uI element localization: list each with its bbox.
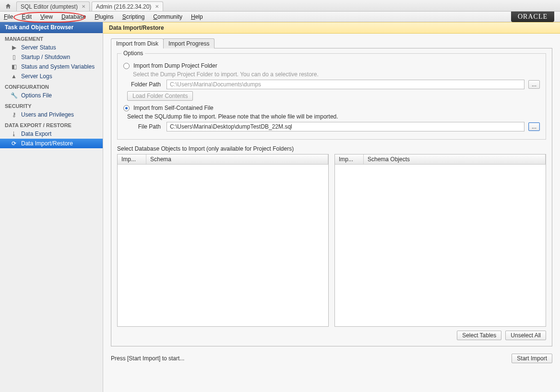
page-title: Data Import/Restore <box>103 22 560 34</box>
warn-icon: ▲ <box>11 73 17 80</box>
doc-tab-admin[interactable]: Admin (216.22.34.20) ✕ <box>92 1 163 11</box>
import-folder-hint: Select the Dump Project Folder to import… <box>133 71 540 78</box>
load-folder-contents-button[interactable]: Load Folder Contents <box>127 91 193 101</box>
sidebar-item-users-privileges[interactable]: ⚷Users and Privileges <box>0 110 103 119</box>
play-icon: ▶ <box>11 44 17 51</box>
start-import-button[interactable]: Start Import <box>512 354 552 363</box>
sidebar-item-label: Server Status <box>21 44 56 51</box>
close-icon[interactable]: ✕ <box>155 4 159 9</box>
sidebar-item-server-logs[interactable]: ▲Server Logs <box>0 71 103 81</box>
radio-import-file-label: Import from Self-Contained File <box>133 105 214 111</box>
document-tabstrip: SQL Editor (dumptest) ✕ Admin (216.22.34… <box>0 0 560 12</box>
close-icon[interactable]: ✕ <box>82 4 85 9</box>
browse-folder-button[interactable]: ... <box>528 80 540 89</box>
schema-table-header: Imp... Schema <box>118 154 328 165</box>
select-objects-title: Select Database Objects to Import (only … <box>117 145 546 152</box>
col-schema-objects[interactable]: Schema Objects <box>364 154 546 164</box>
inner-tabs: Import from DiskImport Progress <box>103 34 560 48</box>
col-schema[interactable]: Schema <box>146 154 328 164</box>
sidebar-item-options-file[interactable]: 🔧Options File <box>0 91 103 100</box>
server-icon: ▯ <box>11 54 17 60</box>
doc-tab-label: SQL Editor (dumptest) <box>21 3 78 10</box>
sidebar-group-configuration: CONFIGURATION <box>0 81 103 91</box>
footer-hint: Press [Start Import] to start... <box>111 355 184 362</box>
sidebar-item-data-export[interactable]: ⭳Data Export <box>0 129 103 139</box>
import-file-hint: Select the SQL/dump file to import. Plea… <box>127 113 540 120</box>
sidebar-item-data-import-restore[interactable]: ⟳Data Import/Restore <box>0 139 103 148</box>
col-import[interactable]: Imp... <box>335 154 364 164</box>
sidebar-item-label: Options File <box>21 92 52 99</box>
radio-import-folder[interactable] <box>123 63 130 69</box>
doc-tab-label: Admin (216.22.34.20) <box>96 3 151 10</box>
brand-logo: ORACLE <box>511 12 554 22</box>
wrench-icon: 🔧 <box>11 92 17 99</box>
home-button[interactable] <box>2 1 14 11</box>
sidebar: Task and Object Browser MANAGEMENT ▶Serv… <box>0 22 103 392</box>
key-icon: ⚷ <box>11 111 17 118</box>
menu-community[interactable]: Community <box>153 13 182 20</box>
schema-objects-table[interactable]: Imp... Schema Objects <box>334 154 546 327</box>
schema-objects-table-header: Imp... Schema Objects <box>335 154 546 165</box>
col-import[interactable]: Imp... <box>118 154 146 164</box>
home-icon <box>5 3 12 10</box>
menu-database[interactable]: Database <box>61 13 86 20</box>
select-tables-button[interactable]: Select Tables <box>457 331 501 340</box>
tab-import-progress[interactable]: Import Progress <box>163 38 214 48</box>
menu-help[interactable]: Help <box>191 13 203 20</box>
sidebar-item-label: Data Export <box>21 131 51 137</box>
gauge-icon: ◧ <box>11 63 17 70</box>
folder-path-input[interactable]: C:\Users\Marina\Documents\dumps <box>167 80 524 89</box>
sidebar-item-label: Status and System Variables <box>21 63 95 70</box>
sidebar-item-status-vars[interactable]: ◧Status and System Variables <box>0 62 103 71</box>
radio-import-file[interactable] <box>123 105 130 111</box>
menu-scripting[interactable]: Scripting <box>122 13 145 20</box>
menu-view[interactable]: View <box>40 13 53 20</box>
sidebar-item-startup-shutdown[interactable]: ▯Startup / Shutdown <box>0 52 103 62</box>
sidebar-group-security: SECURITY <box>0 100 103 110</box>
radio-import-folder-label: Import from Dump Project Folder <box>133 62 217 69</box>
schema-table-body <box>118 165 328 326</box>
menu-plugins[interactable]: Plugins <box>95 13 113 20</box>
restore-icon: ⟳ <box>11 140 17 147</box>
unselect-all-button[interactable]: Unselect All <box>505 331 546 340</box>
sidebar-title: Task and Object Browser <box>0 22 103 33</box>
sidebar-group-management: MANAGEMENT <box>0 33 103 43</box>
schema-objects-table-body <box>335 165 546 326</box>
main-panel: Data Import/Restore Import from DiskImpo… <box>103 22 560 392</box>
download-icon: ⭳ <box>11 131 17 137</box>
doc-tab-sql-editor[interactable]: SQL Editor (dumptest) ✕ <box>16 1 90 11</box>
sidebar-group-data-export-restore: DATA EXPORT / RESTORE <box>0 119 103 129</box>
sidebar-item-label: Users and Privileges <box>21 111 74 118</box>
sidebar-item-label: Data Import/Restore <box>21 140 73 147</box>
sidebar-item-label: Startup / Shutdown <box>21 54 70 60</box>
sidebar-item-server-status[interactable]: ▶Server Status <box>0 43 103 52</box>
menu-edit[interactable]: Edit <box>22 13 32 20</box>
options-groupbox: Options Import from Dump Project Folder … <box>117 53 546 140</box>
tab-import-from-disk[interactable]: Import from Disk <box>111 38 164 48</box>
file-path-label: File Path <box>127 123 161 130</box>
options-title: Options <box>121 50 145 57</box>
browse-file-button[interactable]: ... <box>528 122 540 131</box>
folder-path-label: Folder Path <box>127 81 161 88</box>
sidebar-item-label: Server Logs <box>21 73 52 80</box>
menu-file[interactable]: File <box>4 13 13 20</box>
import-panel: Options Import from Dump Project Folder … <box>111 48 552 346</box>
file-path-input[interactable]: C:\Users\Marina\Desktop\dumpTestDB_22M.s… <box>167 122 524 131</box>
schema-table[interactable]: Imp... Schema <box>117 154 329 327</box>
menubar: File Edit View Database Plugins Scriptin… <box>0 12 560 22</box>
